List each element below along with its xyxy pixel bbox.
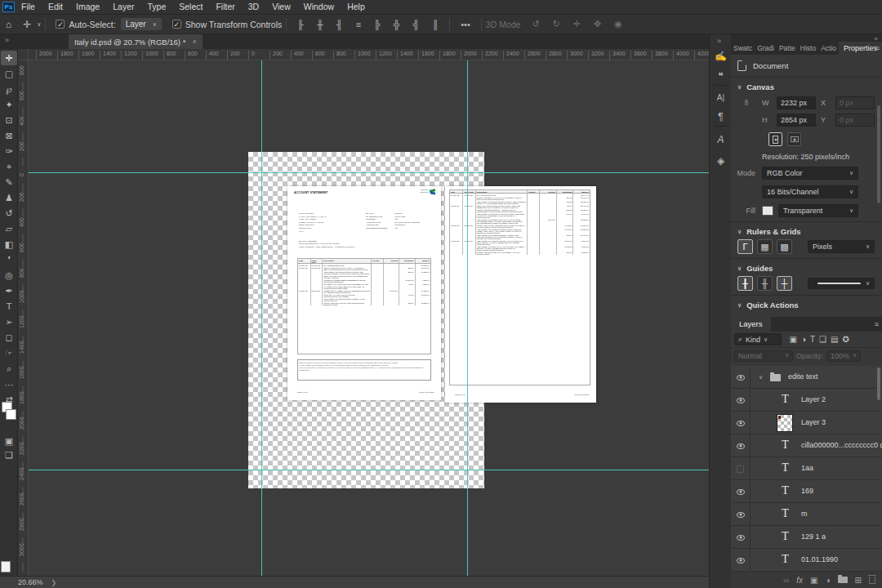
auto-select-target-dropdown[interactable]: Layer ∨ (121, 18, 162, 30)
foreground-color-chip[interactable] (1, 561, 11, 572)
layer-visibility-eye-icon[interactable] (731, 434, 751, 457)
tab-actio[interactable]: Actio (818, 42, 839, 55)
screen-mode-icon[interactable]: ❏ (1, 448, 17, 462)
clear-guides-icon[interactable]: ┼ (777, 276, 792, 291)
tab-gradi[interactable]: Gradi (755, 42, 777, 55)
chevron-down-icon[interactable]: ∨ (37, 21, 41, 28)
more-align-options-icon[interactable]: ••• (454, 20, 477, 29)
menu-layer[interactable]: Layer (106, 0, 140, 14)
edit-toolbar-icon[interactable]: ⋯ (1, 377, 17, 392)
zoom-tool-icon[interactable]: ⌕ (1, 361, 17, 376)
ruler-origin-corner[interactable] (18, 49, 29, 60)
new-group-icon[interactable] (838, 577, 848, 583)
layers-scrollbar[interactable] (877, 368, 880, 400)
layer-visibility-eye-icon[interactable] (731, 366, 751, 389)
layer-effects-icon[interactable]: fx (796, 576, 803, 585)
distribute-left-icon[interactable]: ╠ (368, 20, 387, 29)
rulers-grids-section-header[interactable]: ∨Rulers & Grids (731, 222, 882, 239)
comments-panel-icon[interactable]: ❝ (710, 70, 732, 82)
align-top-edges-icon[interactable]: ≡ (350, 20, 368, 29)
menu-edit[interactable]: Edit (42, 0, 69, 14)
group-expand-chevron-icon[interactable]: ∨ (759, 374, 763, 381)
toggle-guides-icon[interactable]: ╂ (737, 276, 753, 291)
menu-view[interactable]: View (265, 0, 297, 14)
vertical-ruler[interactable]: 8006004002000200400600800100012001400160… (18, 60, 29, 576)
color-mode-dropdown[interactable]: RGB Color ∨ (762, 167, 858, 180)
orientation-landscape-button[interactable] (787, 132, 801, 146)
hand-tool-icon[interactable]: ☞ (1, 345, 17, 360)
bit-depth-dropdown[interactable]: 16 Bits/Channel ∨ (762, 185, 858, 198)
horizontal-guide[interactable] (29, 172, 709, 173)
horizontal-guide[interactable] (29, 470, 709, 470)
quick-actions-section-header[interactable]: ∨Quick Actions (731, 296, 882, 313)
history-panel-icon[interactable]: ✍ (710, 51, 732, 62)
layers-panel-tab[interactable]: Layers (731, 317, 771, 332)
status-options-icon[interactable]: ❯ (51, 579, 57, 586)
height-field[interactable]: 2854 px (777, 114, 816, 127)
dodge-tool-icon[interactable]: ◎ (1, 268, 17, 283)
pen-tool-icon[interactable]: ✒ (1, 283, 17, 298)
paragraph-panel-icon[interactable]: ¶ (710, 111, 732, 122)
width-field[interactable]: 2232 px (777, 96, 816, 109)
toggle-pixel-grid-icon[interactable]: ▩ (777, 239, 792, 254)
layers-panel-menu-icon[interactable]: ≡ (875, 320, 879, 328)
guides-section-header[interactable]: ∨Guides (731, 259, 882, 276)
fill-dropdown[interactable]: Transparent ∨ (778, 204, 858, 217)
menu-3d[interactable]: 3D (242, 0, 265, 14)
delete-layer-icon[interactable] (869, 577, 875, 584)
layer-row[interactable]: Tcilla000000...cccccccc0 d (731, 434, 882, 457)
healing-brush-tool-icon[interactable]: ⌖ (1, 159, 17, 174)
path-selection-tool-icon[interactable]: ➢ (1, 314, 17, 329)
lasso-tool-icon[interactable]: ℘ (1, 82, 17, 96)
expand-panels-icon[interactable]: » (717, 37, 721, 45)
menu-file[interactable]: File (15, 0, 42, 14)
tab-patte[interactable]: Patte (777, 42, 798, 55)
guide-style-dropdown[interactable]: ∨ (808, 278, 875, 289)
brush-tool-icon[interactable]: ✎ (1, 175, 17, 189)
blur-tool-icon[interactable]: ❜ (1, 252, 17, 267)
gradient-tool-icon[interactable]: ◧ (1, 237, 17, 252)
menu-image[interactable]: Image (69, 0, 106, 14)
align-left-edges-icon[interactable]: ╟ (291, 20, 310, 29)
layer-row[interactable]: Layer 3 (731, 412, 882, 434)
filter-pixel-layers-icon[interactable]: ▣ (787, 335, 799, 344)
clone-stamp-tool-icon[interactable]: ♟ (1, 190, 17, 205)
menu-select[interactable]: Select (172, 0, 209, 14)
move-tool-icon[interactable]: ✛ (1, 51, 17, 65)
rectangular-marquee-tool-icon[interactable]: ▢ (1, 66, 17, 81)
layer-visibility-eye-icon[interactable] (731, 503, 751, 526)
home-icon[interactable]: ⌂ (0, 19, 17, 30)
crop-tool-icon[interactable]: ⊡ (1, 113, 17, 127)
distribute-right-icon[interactable]: ╣ (407, 20, 426, 29)
history-brush-tool-icon[interactable]: ↺ (1, 206, 17, 220)
document-tab[interactable]: Italy id.psd @ 20.7% (RGB/16) * × (69, 34, 203, 49)
quick-mask-icon[interactable]: ▣ (1, 434, 17, 448)
tab-overflow-icon[interactable]: » (5, 36, 9, 44)
character-panel-icon[interactable]: A| (710, 93, 732, 102)
frame-tool-icon[interactable]: ⊠ (1, 128, 17, 143)
auto-select-checkbox[interactable]: ✓ (56, 20, 65, 29)
toggle-rulers-icon[interactable]: Γ (737, 239, 753, 254)
close-icon[interactable]: × (192, 38, 196, 46)
canvas-section-header[interactable]: ∨ Canvas (731, 78, 882, 95)
layer-row[interactable]: TLayer 2 (731, 389, 882, 412)
filter-smart-objects-icon[interactable]: ▤ (829, 335, 840, 344)
layer-filter-dropdown[interactable]: ⌕ Kind ∨ (734, 333, 782, 345)
menu-help[interactable]: Help (341, 0, 372, 14)
lock-guides-icon[interactable]: ╫ (757, 276, 773, 291)
distribute-vertical-icon[interactable]: ║ (425, 20, 445, 29)
fill-swatch[interactable] (762, 206, 773, 216)
3d-panel-icon[interactable]: ◈ (710, 155, 732, 167)
layer-visibility-eye-icon[interactable] (731, 389, 751, 412)
tab-swatc[interactable]: Swatc (731, 42, 755, 55)
distribute-horizontal-icon[interactable]: ╬ (387, 20, 407, 29)
menu-type[interactable]: Type (140, 0, 172, 14)
zoom-level-field[interactable]: 20.66% (18, 578, 43, 586)
link-dimensions-icon[interactable]: ∞ (742, 100, 751, 105)
glyphs-panel-icon[interactable]: A (710, 134, 732, 145)
object-selection-tool-icon[interactable]: ✦ (1, 97, 17, 112)
layer-visibility-off[interactable] (731, 457, 751, 480)
type-tool-icon[interactable]: T (1, 299, 17, 314)
horizontal-ruler[interactable]: 2000180016001400120010008006004002000200… (29, 49, 709, 60)
panel-menu-icon[interactable]: ≡ (875, 44, 880, 52)
